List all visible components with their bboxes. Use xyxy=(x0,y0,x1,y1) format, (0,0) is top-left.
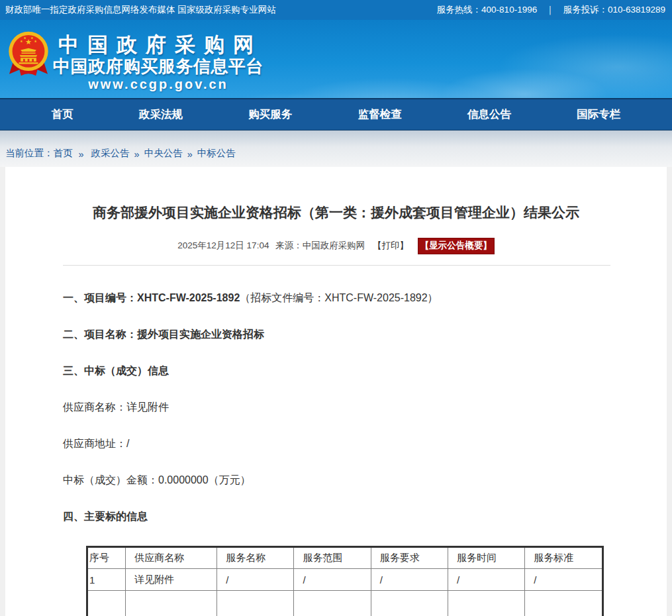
table-row: 1 详见附件 / / / / / xyxy=(87,569,603,591)
site-name: 中国政府采购网 xyxy=(56,34,265,56)
national-emblem-icon: ★ ★ ★ ★ ★ xyxy=(7,30,50,79)
breadcrumb: 当前位置： 首页 » 政采公告 » 中央公告 » 中标公告 xyxy=(0,130,672,167)
article-panel: 商务部援外项目实施企业资格招标（第一类：援外成套项目管理企业）结果公示 2025… xyxy=(5,167,667,616)
para-supplier-name: 供应商名称：详见附件 xyxy=(63,400,667,414)
main-nav: 首页 政采法规 购买服务 监督检查 信息公告 国际专栏 xyxy=(0,98,672,130)
svg-text:★: ★ xyxy=(34,39,37,43)
para-supplier-address: 供应商地址：/ xyxy=(63,436,667,450)
breadcrumb-central-announcements[interactable]: 中央公告 xyxy=(144,147,183,160)
nav-item-home[interactable]: 首页 xyxy=(52,107,73,122)
breadcrumb-separator: » xyxy=(134,149,140,160)
site-logo[interactable]: 中国政府采购网 中国政府购买服务信息平台 www.ccgp.gov.cn xyxy=(52,34,265,93)
nav-item-international[interactable]: 国际专栏 xyxy=(577,107,620,122)
site-header: ★ ★ ★ ★ ★ 中国政府采购网 中国政府购买服务信息平台 www.ccgp.… xyxy=(0,20,672,98)
breadcrumb-separator: » xyxy=(79,149,84,160)
publish-datetime: 2025年12月12日 17:04 xyxy=(177,240,269,250)
col-supplier-name: 供应商名称 xyxy=(126,547,217,569)
para-project-name: 二、项目名称：援外项目实施企业资格招标 xyxy=(63,327,667,341)
nav-item-purchase-services[interactable]: 购买服务 xyxy=(248,107,292,122)
breadcrumb-award-announcements[interactable]: 中标公告 xyxy=(197,147,236,160)
svg-text:★: ★ xyxy=(20,39,23,43)
para-project-number: 一、项目编号：XHTC-FW-2025-1892（招标文件编号：XHTC-FW-… xyxy=(63,291,667,305)
col-service-name: 服务名称 xyxy=(217,547,294,569)
col-service-standard: 服务标准 xyxy=(525,547,603,569)
nav-item-announcements[interactable]: 信息公告 xyxy=(467,107,511,122)
site-slogan: 财政部唯一指定政府采购信息网络发布媒体 国家级政府采购专业网站 xyxy=(5,4,276,16)
col-service-requirement: 服务要求 xyxy=(371,547,448,569)
main-subject-table: 序号 供应商名称 服务名称 服务范围 服务要求 服务时间 服务标准 1 详见附件… xyxy=(86,546,604,616)
para-award-info-heading: 三、中标（成交）信息 xyxy=(63,364,667,378)
col-serial-number: 序号 xyxy=(87,547,126,569)
nav-item-regulations[interactable]: 政采法规 xyxy=(139,107,183,122)
para-main-subject-heading: 四、主要标的信息 xyxy=(63,509,667,523)
top-service-bar: 财政部唯一指定政府采购信息网络发布媒体 国家级政府采购专业网站 服务热线：400… xyxy=(0,0,672,20)
breadcrumb-separator: » xyxy=(187,149,193,160)
topbar-divider: ｜ xyxy=(546,4,554,16)
breadcrumb-procurement-announcements[interactable]: 政采公告 xyxy=(91,147,130,160)
col-service-scope: 服务范围 xyxy=(294,547,371,569)
breadcrumb-label: 当前位置： xyxy=(5,147,54,160)
show-summary-button[interactable]: 【显示公告概要】 xyxy=(418,238,495,254)
nav-item-supervision[interactable]: 监督检查 xyxy=(358,107,402,122)
site-url: www.ccgp.gov.cn xyxy=(52,76,265,93)
service-complaint: 服务投诉：010-63819289 xyxy=(563,4,665,16)
table-row xyxy=(87,591,603,616)
table-header-row: 序号 供应商名称 服务名称 服务范围 服务要求 服务时间 服务标准 xyxy=(87,547,603,569)
page-title: 商务部援外项目实施企业资格招标（第一类：援外成套项目管理企业）结果公示 xyxy=(5,167,667,221)
col-service-time: 服务时间 xyxy=(448,547,524,569)
svg-text:★: ★ xyxy=(23,36,26,40)
print-button[interactable]: 【打印】 xyxy=(373,240,408,250)
para-award-amount: 中标（成交）金额：0.0000000（万元） xyxy=(63,473,667,487)
article-meta: 2025年12月12日 17:04 来源：中国政府采购网 【打印】 【显示公告概… xyxy=(5,238,667,254)
svg-text:★: ★ xyxy=(30,36,34,40)
article-body: 一、项目编号：XHTC-FW-2025-1892（招标文件编号：XHTC-FW-… xyxy=(5,266,667,523)
article-source: 来源：中国政府采购网 xyxy=(275,240,365,250)
service-hotline: 服务热线：400-810-1996 xyxy=(437,4,538,16)
site-subtitle: 中国政府购买服务信息平台 xyxy=(52,56,265,76)
breadcrumb-home[interactable]: 首页 xyxy=(54,147,73,160)
